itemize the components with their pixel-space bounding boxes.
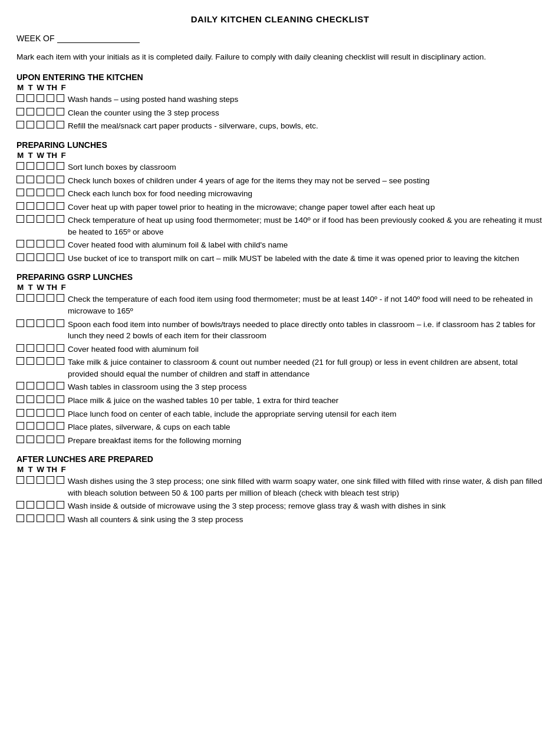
- checkbox[interactable]: [37, 240, 44, 248]
- checkbox[interactable]: [57, 436, 64, 443]
- checkbox[interactable]: [47, 176, 54, 183]
- checkbox[interactable]: [57, 162, 64, 170]
- checkbox[interactable]: [17, 319, 24, 327]
- checkbox[interactable]: [27, 501, 34, 509]
- checkbox[interactable]: [27, 476, 34, 484]
- checkbox[interactable]: [37, 422, 44, 430]
- checkbox[interactable]: [47, 395, 54, 403]
- checkbox[interactable]: [37, 94, 44, 102]
- checkbox[interactable]: [47, 357, 54, 365]
- checkbox[interactable]: [37, 344, 44, 352]
- checkbox[interactable]: [37, 294, 44, 302]
- checkbox[interactable]: [27, 436, 34, 443]
- checkbox[interactable]: [47, 189, 54, 196]
- checkbox[interactable]: [27, 189, 34, 196]
- checkbox[interactable]: [47, 422, 54, 430]
- checkbox[interactable]: [17, 162, 24, 170]
- checkbox[interactable]: [37, 215, 44, 223]
- checkbox[interactable]: [17, 382, 24, 390]
- checkbox[interactable]: [17, 294, 24, 302]
- checkbox[interactable]: [47, 501, 54, 509]
- checkbox[interactable]: [17, 436, 24, 443]
- checkbox[interactable]: [37, 253, 44, 261]
- checkbox[interactable]: [57, 189, 64, 196]
- checkbox[interactable]: [17, 344, 24, 352]
- checkbox[interactable]: [57, 108, 64, 116]
- checkbox[interactable]: [27, 514, 34, 522]
- checkbox[interactable]: [27, 294, 34, 302]
- checkbox[interactable]: [37, 162, 44, 170]
- checkbox[interactable]: [17, 240, 24, 248]
- checkbox[interactable]: [37, 382, 44, 390]
- checkbox[interactable]: [57, 476, 64, 484]
- checkbox[interactable]: [17, 108, 24, 116]
- checkbox[interactable]: [57, 344, 64, 352]
- checkbox[interactable]: [27, 395, 34, 403]
- checkbox[interactable]: [57, 514, 64, 522]
- checkbox[interactable]: [27, 240, 34, 248]
- checkbox[interactable]: [17, 501, 24, 509]
- checkbox[interactable]: [37, 395, 44, 403]
- checkbox[interactable]: [37, 202, 44, 210]
- checkbox[interactable]: [47, 94, 54, 102]
- checkbox[interactable]: [57, 121, 64, 128]
- checkbox[interactable]: [17, 215, 24, 223]
- checkbox[interactable]: [57, 94, 64, 102]
- checkbox[interactable]: [57, 294, 64, 302]
- checkbox[interactable]: [27, 409, 34, 417]
- checkbox[interactable]: [47, 436, 54, 443]
- checkbox[interactable]: [57, 395, 64, 403]
- checkbox[interactable]: [37, 501, 44, 509]
- checkbox[interactable]: [37, 357, 44, 365]
- checkbox[interactable]: [17, 189, 24, 196]
- checkbox[interactable]: [27, 382, 34, 390]
- checkbox[interactable]: [47, 253, 54, 261]
- checkbox[interactable]: [37, 319, 44, 327]
- checkbox[interactable]: [47, 344, 54, 352]
- checkbox[interactable]: [47, 121, 54, 128]
- checkbox[interactable]: [47, 476, 54, 484]
- checkbox[interactable]: [17, 121, 24, 128]
- week-of-line[interactable]: [57, 42, 140, 43]
- checkbox[interactable]: [27, 121, 34, 128]
- checkbox[interactable]: [37, 108, 44, 116]
- checkbox[interactable]: [27, 357, 34, 365]
- checkbox[interactable]: [17, 409, 24, 417]
- checkbox[interactable]: [27, 176, 34, 183]
- checkbox[interactable]: [27, 344, 34, 352]
- checkbox[interactable]: [37, 409, 44, 417]
- checkbox[interactable]: [27, 202, 34, 210]
- checkbox[interactable]: [47, 108, 54, 116]
- checkbox[interactable]: [57, 382, 64, 390]
- checkbox[interactable]: [57, 501, 64, 509]
- checkbox[interactable]: [17, 357, 24, 365]
- checkbox[interactable]: [17, 422, 24, 430]
- checkbox[interactable]: [17, 514, 24, 522]
- checkbox[interactable]: [27, 215, 34, 223]
- checkbox[interactable]: [27, 162, 34, 170]
- checkbox[interactable]: [47, 382, 54, 390]
- checkbox[interactable]: [47, 514, 54, 522]
- checkbox[interactable]: [47, 240, 54, 248]
- checkbox[interactable]: [37, 514, 44, 522]
- checkbox[interactable]: [57, 357, 64, 365]
- checkbox[interactable]: [17, 176, 24, 183]
- checkbox[interactable]: [57, 253, 64, 261]
- checkbox[interactable]: [37, 121, 44, 128]
- checkbox[interactable]: [57, 422, 64, 430]
- checkbox[interactable]: [27, 94, 34, 102]
- checkbox[interactable]: [47, 409, 54, 417]
- checkbox[interactable]: [57, 319, 64, 327]
- checkbox[interactable]: [47, 294, 54, 302]
- checkbox[interactable]: [27, 253, 34, 261]
- checkbox[interactable]: [17, 253, 24, 261]
- checkbox[interactable]: [37, 476, 44, 484]
- checkbox[interactable]: [37, 176, 44, 183]
- checkbox[interactable]: [17, 395, 24, 403]
- checkbox[interactable]: [17, 476, 24, 484]
- checkbox[interactable]: [27, 319, 34, 327]
- checkbox[interactable]: [37, 436, 44, 443]
- checkbox[interactable]: [17, 202, 24, 210]
- checkbox[interactable]: [47, 319, 54, 327]
- checkbox[interactable]: [27, 422, 34, 430]
